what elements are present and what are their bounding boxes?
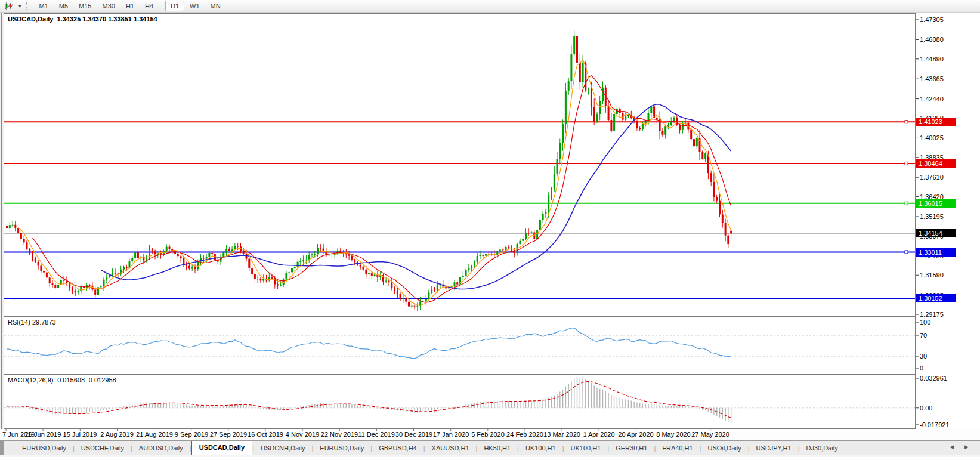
symbol-tab-usdjpy-h1[interactable]: USDJPY,H1 — [750, 442, 798, 455]
timeframe-button-m15[interactable]: M15 — [73, 1, 97, 11]
chart-window-left-border — [1, 13, 2, 429]
timeframe-button-d1[interactable]: D1 — [165, 1, 184, 11]
date-axis-label: 24 Feb 2020 — [506, 431, 543, 438]
symbol-tab-usdcnh-daily[interactable]: USDCNH,Daily — [254, 442, 312, 455]
symbol-tab-usdchf-daily[interactable]: USDCHF,Daily — [75, 442, 131, 455]
date-axis-label: 22 Nov 2019 — [321, 431, 358, 438]
toolbar-divider — [162, 2, 162, 10]
toolbar-grip[interactable] — [26, 2, 30, 10]
symbol-tab-hk50-h1[interactable]: HK50,H1 — [477, 442, 517, 455]
date-axis-label: 17 Jan 2020 — [433, 431, 469, 438]
chart-type-icon[interactable] — [2, 1, 16, 12]
tab-scroll-right-icon[interactable]: ▶ — [959, 444, 974, 450]
date-axis-label: 11 Dec 2019 — [358, 431, 395, 438]
timeframe-button-m5[interactable]: M5 — [54, 1, 73, 11]
date-axis-label: 5 Feb 2020 — [471, 431, 505, 438]
symbol-tab-usdcad-daily[interactable]: USDCAD,Daily — [191, 441, 252, 455]
date-axis-label: 4 Nov 2019 — [286, 431, 319, 438]
status-strip — [0, 455, 980, 457]
date-axis-label: 21 Aug 2019 — [136, 431, 173, 438]
symbol-tab-usoil-daily[interactable]: USOil,Daily — [701, 442, 747, 455]
date-axis-label: 9 Sep 2019 — [175, 431, 208, 438]
symbol-tab-dj30-daily[interactable]: DJ30,Daily — [800, 442, 845, 455]
date-axis-label: 26 Jun 2019 — [25, 431, 61, 438]
tab-scroll-buttons: ◀▶ — [944, 444, 974, 450]
rsi-indicator-panel[interactable]: RSI(14) 29.7873 — [4, 316, 916, 375]
symbol-tab-eurusd-daily[interactable]: EURUSD,Daily — [16, 442, 73, 455]
rsi-title: RSI(14) 29.7873 — [8, 319, 56, 326]
timeframe-button-m1[interactable]: M1 — [34, 1, 54, 11]
date-axis-label: 20 Apr 2020 — [618, 431, 653, 438]
timeframe-button-m30[interactable]: M30 — [97, 1, 120, 11]
symbol-tab-xauusd-h1[interactable]: XAUUSD,H1 — [425, 442, 476, 455]
timeframe-toolbar: M1M5M15M30H1H4D1W1MN — [34, 1, 226, 11]
top-toolbar: ▾ M1M5M15M30H1H4D1W1MN — [0, 0, 980, 13]
symbol-tab-fra40-h1[interactable]: FRA40,H1 — [656, 442, 699, 455]
tab-bar-notch — [0, 441, 4, 455]
date-axis-label: 8 May 2020 — [656, 431, 690, 438]
macd-indicator-panel[interactable]: MACD(12,26,9) -0.015608 -0.012958 — [4, 374, 916, 429]
date-axis-label: 2 Aug 2019 — [100, 431, 134, 438]
symbol-tab-eurusd-daily[interactable]: EURUSD,Daily — [313, 442, 370, 455]
date-axis-label: 30 Dec 2019 — [395, 431, 432, 438]
candlestick-chart-icon — [5, 2, 14, 10]
symbol-tab-ger30-h1[interactable]: GER30,H1 — [609, 442, 654, 455]
symbol-tab-audusd-daily[interactable]: AUDUSD,Daily — [132, 442, 190, 455]
main-chart-panel[interactable]: USDCAD,Daily 1.34325 1.34370 1.33851 1.3… — [4, 13, 916, 317]
symbol-tab-uk100-h1[interactable]: UK100,H1 — [564, 442, 608, 455]
timeframe-button-h4[interactable]: H4 — [140, 1, 159, 11]
date-axis-label: 27 May 2020 — [691, 431, 729, 438]
toolbar-divider — [230, 2, 230, 10]
date-axis-label: 15 Jul 2019 — [63, 431, 97, 438]
timeframe-button-mn[interactable]: MN — [205, 1, 226, 11]
date-axis-label: 27 Sep 2019 — [210, 431, 247, 438]
date-axis-label: 13 Mar 2020 — [543, 431, 580, 438]
chart-type-dropdown-icon[interactable]: ▾ — [17, 3, 23, 9]
timeframe-button-h1[interactable]: H1 — [120, 1, 140, 11]
tab-scroll-left-icon[interactable]: ◀ — [944, 444, 959, 450]
chart-title: USDCAD,Daily 1.34325 1.34370 1.33851 1.3… — [8, 16, 157, 23]
chart-tab-bar: EURUSD,Daily|USDCHF,Daily|AUDUSD,Daily|U… — [0, 440, 980, 455]
symbol-tab-uk100-h1[interactable]: UK100,H1 — [519, 442, 562, 455]
timeframe-button-w1[interactable]: W1 — [184, 1, 205, 11]
date-axis-label: 16 Oct 2019 — [248, 431, 283, 438]
date-axis: 7 Jun 201926 Jun 201915 Jul 20192 Aug 20… — [0, 429, 980, 440]
price-axis — [916, 13, 980, 429]
macd-title: MACD(12,26,9) -0.015608 -0.012958 — [8, 376, 116, 384]
symbol-tab-gbpusd-h4[interactable]: GBPUSD,H4 — [372, 442, 423, 455]
date-axis-label: 1 Apr 2020 — [583, 431, 614, 438]
